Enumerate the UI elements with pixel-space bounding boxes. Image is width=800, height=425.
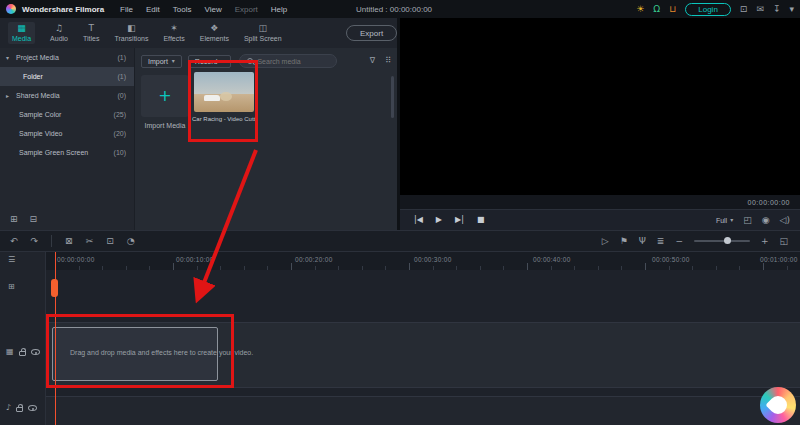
filter-icon[interactable]: ∇ [370, 57, 375, 65]
asset-tabbar: ▦ Media ♫ Audio T Titles ◧ Transitions ✶… [0, 18, 400, 48]
menubar: Wondershare Filmora File Edit Tools View… [0, 0, 800, 18]
media-view-options: ∇ ⠿ [370, 57, 391, 65]
manage-tracks-icon[interactable]: ☰ [8, 256, 15, 264]
menu-view[interactable]: View [204, 5, 221, 14]
cart-icon[interactable]: ⊔ [669, 5, 676, 14]
add-track-icon[interactable]: ⊞ [8, 283, 15, 291]
audio-track[interactable] [46, 396, 800, 425]
import-dropdown[interactable]: Import ▾ [141, 55, 182, 68]
sidebar-item-sample-color[interactable]: Sample Color (25) [0, 105, 134, 124]
menu-file[interactable]: File [120, 5, 133, 14]
eye-icon[interactable] [31, 349, 40, 355]
elements-icon: ❖ [210, 24, 218, 33]
tab-elements[interactable]: ❖ Elements [200, 24, 229, 42]
sidebar-item-count: (25) [114, 111, 126, 118]
import-media-tile[interactable]: + [141, 75, 189, 117]
record-label: Record [195, 58, 218, 65]
login-button[interactable]: Login [685, 3, 731, 16]
support-icon[interactable]: Ω [653, 5, 660, 14]
tab-split-screen[interactable]: ◫ Split Screen [244, 24, 282, 42]
zoom-in-icon[interactable]: + [761, 237, 769, 246]
sidebar-item-project-media[interactable]: ▾ Project Media (1) [0, 48, 134, 67]
grid-view-icon[interactable]: ⠿ [385, 57, 391, 65]
menu-help[interactable]: Help [271, 5, 287, 14]
download-icon[interactable]: ↧ [773, 5, 781, 14]
playhead-handle[interactable] [51, 279, 58, 297]
mail-icon[interactable]: ✉ [756, 5, 764, 14]
menu-edit[interactable]: Edit [146, 5, 160, 14]
sidebar-item-label: Sample Video [19, 130, 62, 137]
export-button[interactable]: Export [346, 25, 397, 41]
screen-record-icon[interactable]: ⊡ [740, 5, 748, 14]
search-box[interactable] [239, 54, 337, 68]
undo-icon[interactable]: ↶ [10, 237, 18, 246]
zoom-slider-handle[interactable] [724, 237, 731, 244]
timeline-zoom-slider[interactable] [694, 240, 750, 242]
zoom-out-icon[interactable]: − [675, 237, 683, 246]
menu-bar: File Edit Tools View Export Help [120, 5, 287, 14]
eye-icon[interactable] [28, 405, 37, 411]
menubar-actions: ☀ Ω ⊔ Login ⊡ ✉ ↧ ▾ [636, 0, 794, 18]
sidebar-item-sample-video[interactable]: Sample Video (20) [0, 124, 134, 143]
timeline: 00:00:00:00 00:00:10:00 00:00:20:00 00:0… [0, 252, 800, 425]
sidebar-item-folder[interactable]: Folder (1) [0, 67, 134, 86]
media-scrollbar[interactable] [391, 76, 394, 118]
tab-transitions[interactable]: ◧ Transitions [114, 24, 148, 42]
ruler-label: 00:00:40:00 [533, 256, 571, 263]
fullscreen-icon[interactable]: ◰ [743, 216, 752, 225]
snapshot-icon[interactable]: ◉ [762, 216, 770, 225]
speaker-icon[interactable]: ◁) [780, 216, 790, 225]
play-button[interactable]: ▶ [436, 216, 442, 224]
ruler-label: 00:00:20:00 [295, 256, 333, 263]
ruler-label: 00:01:00:00 [760, 256, 798, 263]
audio-mixer-icon[interactable]: ≣ [657, 237, 665, 246]
tab-media[interactable]: ▦ Media [8, 22, 35, 44]
chevron-down-icon[interactable]: ▾ [6, 55, 13, 61]
search-icon [247, 58, 253, 64]
sidebar-item-shared-media[interactable]: ▸ Shared Media (0) [0, 86, 134, 105]
lock-icon[interactable] [19, 351, 26, 356]
timeline-tools: ▷ ⚑ Ψ ≣ − + ◱ [602, 237, 800, 246]
tab-label: Audio [50, 35, 68, 42]
crop-icon[interactable]: ⊡ [106, 237, 114, 246]
zoom-mode-dropdown[interactable]: Full ▾ [716, 217, 733, 224]
lock-icon[interactable] [16, 407, 23, 412]
sidebar-item-sample-green-screen[interactable]: Sample Green Screen (10) [0, 143, 134, 162]
new-folder-icon[interactable]: ⊞ [10, 215, 18, 224]
sidebar-item-count: (20) [114, 130, 126, 137]
stop-button[interactable]: ■ [477, 216, 485, 224]
tips-icon[interactable]: ☀ [636, 5, 644, 14]
playhead-line[interactable] [55, 252, 56, 425]
tab-titles[interactable]: T Titles [83, 24, 99, 42]
audio-track-header: ♪ [6, 404, 37, 412]
fit-timeline-icon[interactable]: ◱ [779, 237, 788, 246]
render-preview-icon[interactable]: ▷ [602, 237, 609, 246]
menu-tools[interactable]: Tools [173, 5, 192, 14]
timeline-ruler[interactable]: 00:00:00:00 00:00:10:00 00:00:20:00 00:0… [46, 252, 800, 270]
tab-audio[interactable]: ♫ Audio [50, 24, 68, 42]
delete-folder-icon[interactable]: ⊟ [30, 215, 38, 224]
redo-icon[interactable]: ↷ [31, 237, 39, 246]
chevron-right-icon[interactable]: ▸ [6, 93, 13, 99]
media-toolbar: Import ▾ Record ▾ ∇ ⠿ [141, 53, 391, 69]
media-clip-thumbnail[interactable] [194, 72, 254, 112]
preview-window[interactable] [400, 18, 800, 195]
record-dropdown[interactable]: Record ▾ [188, 55, 232, 68]
speed-icon[interactable]: ◔ [127, 237, 135, 246]
collapse-icon[interactable]: ▾ [789, 5, 794, 14]
tab-label: Effects [163, 35, 184, 42]
delete-icon[interactable]: ⊠ [65, 237, 73, 246]
import-media-label: Import Media [141, 122, 189, 129]
preview-timecode: 00:00:00:00 [748, 199, 790, 206]
preview-view-options: Full ▾ ◰ ◉ ◁) [716, 216, 800, 225]
tab-effects[interactable]: ✶ Effects [163, 24, 184, 42]
chevron-down-icon: ▾ [172, 58, 175, 64]
next-frame-button[interactable]: ▶| [455, 216, 464, 224]
voiceover-icon[interactable]: Ψ [639, 237, 646, 246]
marker-icon[interactable]: ⚑ [620, 237, 628, 246]
effects-icon: ✶ [170, 24, 178, 33]
split-icon[interactable]: ✂ [86, 237, 94, 246]
previous-frame-button[interactable]: |◀ [414, 216, 423, 224]
search-input[interactable] [257, 58, 329, 65]
media-panel: Import ▾ Record ▾ ∇ ⠿ + Import Media Car… [135, 48, 397, 230]
